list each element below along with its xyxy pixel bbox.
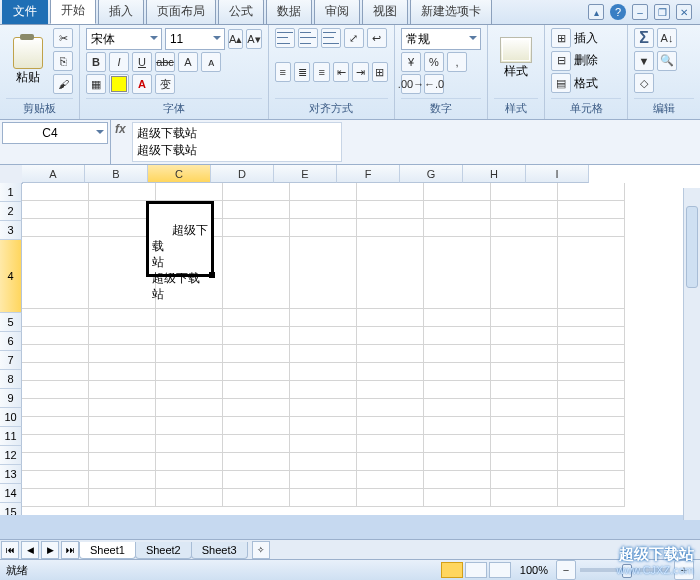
cell-D10[interactable] — [223, 399, 290, 417]
cell-D5[interactable] — [223, 309, 290, 327]
view-layout-button[interactable] — [465, 562, 487, 578]
cell-G1[interactable] — [424, 183, 491, 201]
cell-F7[interactable] — [357, 345, 424, 363]
fx-icon[interactable]: fx — [115, 122, 126, 136]
window-restore-icon[interactable]: ❐ — [654, 4, 670, 20]
cell-E10[interactable] — [290, 399, 357, 417]
cell-I5[interactable] — [558, 309, 625, 327]
currency-button[interactable]: ¥ — [401, 52, 421, 72]
number-format-combo[interactable]: 常规 — [401, 28, 481, 50]
merge-button[interactable]: ⊞ — [372, 62, 388, 82]
zoom-in-button[interactable]: + — [674, 560, 694, 580]
decrease-font-button[interactable]: A▾ — [246, 29, 261, 49]
cell-F14[interactable] — [357, 471, 424, 489]
window-minimize-icon[interactable]: – — [632, 4, 648, 20]
cell-F1[interactable] — [357, 183, 424, 201]
sheet-nav-next[interactable]: ▶ — [41, 541, 59, 559]
sheet-tab-1[interactable]: Sheet1 — [79, 542, 136, 559]
fill-handle[interactable] — [209, 272, 215, 278]
format-cells-button[interactable]: ▤ — [551, 73, 571, 93]
cell-I11[interactable] — [558, 417, 625, 435]
cell-C8[interactable] — [156, 363, 223, 381]
sort-button[interactable]: A↓ — [657, 28, 677, 48]
cell-E5[interactable] — [290, 309, 357, 327]
cell-B1[interactable] — [89, 183, 156, 201]
cell-E15[interactable] — [290, 489, 357, 507]
cell-A5[interactable] — [22, 309, 89, 327]
cell-C13[interactable] — [156, 453, 223, 471]
styles-button[interactable]: 样式 — [494, 28, 538, 88]
cell-C7[interactable] — [156, 345, 223, 363]
cell-C12[interactable] — [156, 435, 223, 453]
cell-B12[interactable] — [89, 435, 156, 453]
delete-cells-button[interactable]: ⊟ — [551, 51, 571, 71]
col-header-H[interactable]: H — [463, 165, 526, 183]
cell-G4[interactable] — [424, 237, 491, 309]
sheet-tab-2[interactable]: Sheet2 — [135, 542, 192, 559]
cell-E11[interactable] — [290, 417, 357, 435]
cell-H5[interactable] — [491, 309, 558, 327]
zoom-slider[interactable]: − + — [556, 560, 694, 580]
cell-A2[interactable] — [22, 201, 89, 219]
row-header-14[interactable]: 14 — [0, 484, 22, 503]
cell-A12[interactable] — [22, 435, 89, 453]
cell-I8[interactable] — [558, 363, 625, 381]
decrease-indent-button[interactable]: ⇤ — [333, 62, 349, 82]
cell-I13[interactable] — [558, 453, 625, 471]
col-header-B[interactable]: B — [85, 165, 148, 183]
cell-A14[interactable] — [22, 471, 89, 489]
font-grow-a-button[interactable]: A — [178, 52, 198, 72]
tab-view[interactable]: 视图 — [362, 0, 408, 24]
cell-I14[interactable] — [558, 471, 625, 489]
cell-B10[interactable] — [89, 399, 156, 417]
decrease-decimal-button[interactable]: ←.0 — [424, 74, 444, 94]
border-button[interactable]: ▦ — [86, 74, 106, 94]
cell-B5[interactable] — [89, 309, 156, 327]
cell-A11[interactable] — [22, 417, 89, 435]
align-bottom-button[interactable] — [321, 28, 341, 48]
cell-B14[interactable] — [89, 471, 156, 489]
cell-D15[interactable] — [223, 489, 290, 507]
row-header-13[interactable]: 13 — [0, 465, 22, 484]
cell-E7[interactable] — [290, 345, 357, 363]
cell-I1[interactable] — [558, 183, 625, 201]
cell-A10[interactable] — [22, 399, 89, 417]
tab-new-option[interactable]: 新建选项卡 — [410, 0, 492, 24]
select-all-corner[interactable] — [0, 165, 23, 184]
col-header-I[interactable]: I — [526, 165, 589, 183]
vertical-scrollbar[interactable] — [683, 188, 700, 520]
font-name-combo[interactable]: 宋体 — [86, 28, 162, 50]
cell-I3[interactable] — [558, 219, 625, 237]
cell-H3[interactable] — [491, 219, 558, 237]
cell-G7[interactable] — [424, 345, 491, 363]
cell-B7[interactable] — [89, 345, 156, 363]
cell-G3[interactable] — [424, 219, 491, 237]
row-header-9[interactable]: 9 — [0, 389, 22, 408]
cell-B15[interactable] — [89, 489, 156, 507]
cell-A4[interactable] — [22, 237, 89, 309]
fill-color-button[interactable] — [109, 74, 129, 94]
cell-F4[interactable] — [357, 237, 424, 309]
italic-button[interactable]: I — [109, 52, 129, 72]
comma-button[interactable]: , — [447, 52, 467, 72]
cell-H10[interactable] — [491, 399, 558, 417]
col-header-C[interactable]: C — [148, 165, 211, 183]
fill-button[interactable]: ▼ — [634, 51, 654, 71]
cell-G15[interactable] — [424, 489, 491, 507]
cut-button[interactable]: ✂ — [53, 28, 73, 48]
cell-D3[interactable] — [223, 219, 290, 237]
align-top-button[interactable] — [275, 28, 295, 48]
window-close-icon[interactable]: ✕ — [676, 4, 692, 20]
view-normal-button[interactable] — [441, 562, 463, 578]
align-middle-button[interactable] — [298, 28, 318, 48]
paste-button[interactable]: 粘贴 — [6, 31, 50, 91]
sheet-nav-first[interactable]: ⏮ — [1, 541, 19, 559]
cell-F3[interactable] — [357, 219, 424, 237]
insert-cells-button[interactable]: ⊞ — [551, 28, 571, 48]
worksheet-grid[interactable]: ABCDEFGHI 123456789101112131415 超级下载 站 超… — [0, 165, 700, 515]
row-header-12[interactable]: 12 — [0, 446, 22, 465]
bold-button[interactable]: B — [86, 52, 106, 72]
cell-D4[interactable] — [223, 237, 290, 309]
cell-A8[interactable] — [22, 363, 89, 381]
phonetic-button[interactable]: 变 — [155, 74, 175, 94]
